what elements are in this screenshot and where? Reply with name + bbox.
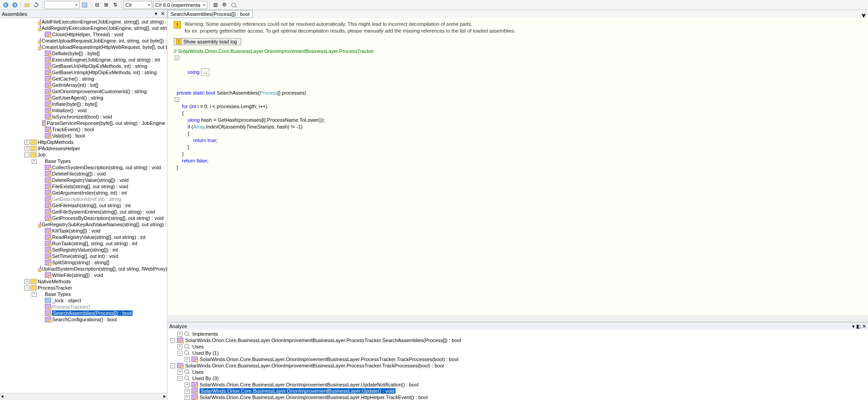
tree-expander-icon[interactable]: − [24,152,29,157]
tree-item[interactable]: +Base Types [1,291,167,297]
tree-item[interactable]: GetIntArray(int) : int[] [1,82,167,88]
analyze-item[interactable]: +SolarWinds.Orion.Core.BusinessLayer.Ori… [167,394,868,400]
language-combo[interactable]: C# [123,1,152,9]
pane-menu-icon[interactable]: ▾ [153,11,159,17]
tree-expander-icon[interactable]: + [185,395,190,400]
refresh-button[interactable] [32,1,40,9]
analyze-item[interactable]: +Uses [167,343,868,350]
pane-close-icon[interactable]: ✕ [862,324,866,329]
tree-expander-icon[interactable]: − [170,338,175,343]
tree-item[interactable]: ExecuteEngine(JobEngine, string, out str… [1,57,167,63]
analyze-item[interactable]: +Uses [167,369,868,375]
tree-expander-icon[interactable]: + [177,344,182,349]
tree-item[interactable]: Deflate(byte[]) : byte[] [1,50,167,57]
tree-item[interactable]: +HttpOipMethods [1,139,167,145]
tree-item[interactable]: AddFileExecutionEngine(JobEngine, string… [1,19,167,25]
tree-item[interactable]: FileExists(string[], out string) : void [1,183,167,190]
analyze-item[interactable]: +SolarWinds.Orion.Core.BusinessLayer.Ori… [167,356,868,362]
tree-item[interactable]: KillTask(string[]) : void [1,228,167,234]
tree-item[interactable]: Valid(int) : bool [1,133,167,139]
tree-item[interactable]: −Job [1,152,167,158]
collapse-button[interactable]: ⊟ [93,1,101,9]
tree-item[interactable]: +Base Types [1,158,167,164]
tree-expander-icon[interactable]: + [185,382,190,387]
expand-button[interactable]: ⊞ [102,1,110,9]
tree-item[interactable]: ReadRegistryValue(string[], out string) … [1,234,167,240]
pane-menu-icon[interactable]: ▾ [852,324,855,329]
analyze-item[interactable]: +SolarWinds.Orion.Core.BusinessLayer.Ori… [167,388,868,394]
tree-expander-icon[interactable]: − [177,376,182,381]
tree-item[interactable]: CreateUploadRequest(JobEngine, int, stri… [1,38,167,44]
save-button[interactable] [81,1,89,9]
tree-item[interactable]: ProcessTracker() [1,304,167,310]
tree-item[interactable]: DeleteRegistryValue(string[]) : void [1,177,167,183]
tree-item[interactable]: SearchConfigurations() : bool [1,316,167,323]
nav-back-button[interactable] [2,1,10,9]
tree-expander-icon[interactable]: − [177,351,182,356]
tree-item[interactable]: DeleteFile(string[]) : void [1,171,167,177]
open-history-combo[interactable] [44,1,80,9]
tree-item[interactable]: −ProcessTracker [1,285,167,291]
tree-item[interactable]: GetBaseUriImpl(HttpOipExMethods, int) : … [1,69,167,76]
tree-item[interactable]: CollectSystemDescription(string, out str… [1,164,167,171]
tree-expander-icon[interactable]: − [170,363,175,368]
tree-horizontal-scrollbar[interactable]: ◂▸ [0,393,167,400]
analyze-item[interactable]: +SolarWinds.Orion.Core.BusinessLayer.Ori… [167,381,868,388]
tree-item[interactable]: GetBaseUri(HttpOipExMethods, int) : stri… [1,63,167,69]
tree-item[interactable]: TrackEvent() : bool [1,126,167,133]
tree-item[interactable]: GetFileSystemEntries(string[], out strin… [1,209,167,215]
tree-item[interactable]: SplitString(string) : string[] [1,259,167,266]
tree-expander-icon[interactable]: + [24,140,29,145]
tree-item[interactable]: CreateUploadRequestImpl(HttpWebRequest, … [1,44,167,50]
analyze-item[interactable]: +Implements [167,331,868,337]
analyze-item[interactable]: −Used By (3) [167,375,868,381]
tree-item[interactable]: GetDescriptionId(ref int) : string [1,196,167,202]
tree-item[interactable]: +NativeMethods [1,278,167,285]
settings-button[interactable]: ⚙ [220,1,229,9]
tree-item[interactable]: IsSynchronized(bool) : void [1,114,167,120]
tree-item[interactable]: Initialize() : void [1,107,167,114]
tree-expander-icon[interactable]: + [177,332,182,337]
search-button[interactable] [229,1,238,9]
tree-item[interactable]: SetRegistryValue(string[]) : int [1,247,167,253]
tree-item[interactable]: GetArgumentIndex(string, int) : int [1,190,167,196]
sort-button[interactable]: ⇅ [111,1,119,9]
tree-item[interactable]: GetOrionImprovementCustomerId() : string [1,88,167,95]
tree-expander-icon[interactable]: + [185,357,190,362]
using-collapsed[interactable]: ... [201,68,210,76]
toggle-panel-button[interactable]: ▥ [211,1,219,9]
tree-item[interactable]: Close(HttpHelper, Thread) : void [1,31,167,38]
tree-item[interactable]: SetTime(string[], out int) : void [1,253,167,259]
fold-toggle-icon[interactable]: − [175,97,179,102]
code-horizontal-scrollbar[interactable] [167,315,868,322]
tree-expander-icon[interactable]: + [177,370,182,375]
tree-expander-icon[interactable]: + [24,279,29,284]
tree-item[interactable]: +IPAddressesHelper [1,145,167,152]
tree-item[interactable]: GetRegistrySubKeyAndValueNames(string[],… [1,221,167,228]
tree-item[interactable]: RunTask(string[], string, out string) : … [1,240,167,247]
tree-expander-icon[interactable]: + [32,159,37,164]
analyze-item[interactable]: −SolarWinds.Orion.Core.BusinessLayer.Ori… [167,362,868,369]
analyze-tree[interactable]: +Implements−SolarWinds.Orion.Core.Busine… [167,330,868,400]
pane-close-icon[interactable]: ✕ [160,11,165,17]
pane-pin-icon[interactable]: ◧ [856,324,861,329]
tree-item[interactable]: GetUserAgent() : string [1,95,167,101]
tree-item[interactable]: Inflate(byte[]) : byte[] [1,101,167,107]
tree-item[interactable]: WriteFile(string[]) : void [1,272,167,278]
tab-overflow-icon[interactable]: ⮟ [859,13,868,18]
tree-item[interactable]: GetCache() : string [1,76,167,82]
tree-item[interactable]: GetProcessByDescription(string[], out st… [1,215,167,221]
open-button[interactable] [23,1,31,9]
code-editor[interactable]: ! Warning: Some assembly references coul… [167,18,868,315]
tree-expander-icon[interactable]: + [24,146,29,151]
tree-expander-icon[interactable]: + [32,292,37,297]
analyze-item[interactable]: −SolarWinds.Orion.Core.BusinessLayer.Ori… [167,337,868,343]
tree-item[interactable]: GetFileHash(string[], out string) : int [1,202,167,209]
tree-item[interactable]: UploadSystemDescription(string[], out st… [1,266,167,272]
tree-expander-icon[interactable]: + [185,389,190,394]
assemblies-tree[interactable]: AddFileExecutionEngine(JobEngine, string… [0,18,167,393]
show-assembly-load-log-button[interactable]: !Show assembly load log [174,38,241,45]
tree-item[interactable]: AddRegistryExecutionEngine(JobEngine, st… [1,25,167,31]
fold-toggle-icon[interactable]: + [175,56,179,60]
tree-item[interactable]: ParseServiceResponse(byte[], out string)… [1,120,167,126]
